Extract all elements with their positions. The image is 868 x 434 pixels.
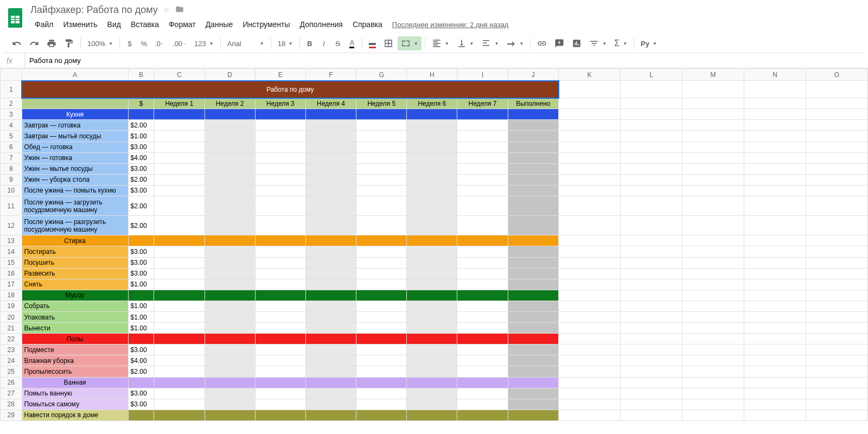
menu-help[interactable]: Справка [348,18,387,31]
borders-icon[interactable] [380,36,397,50]
percent-icon[interactable]: % [137,36,150,50]
row-header[interactable]: 13 [1,235,22,246]
font-dropdown[interactable]: Arial▼ [224,37,267,50]
strikethrough-icon[interactable]: S [331,36,344,50]
functions-icon[interactable]: Σ▼ [611,36,630,50]
col-header[interactable]: J [508,69,559,81]
row-header[interactable]: 18 [1,290,22,301]
col-header[interactable]: G [356,69,407,81]
row-header[interactable]: 1 [1,81,22,98]
menu-format[interactable]: Формат [164,18,200,31]
currency-icon[interactable]: $ [123,36,136,50]
row-header[interactable]: 16 [1,268,22,279]
bold-icon[interactable]: B [303,36,316,50]
col-header[interactable]: A [22,69,128,81]
row-header[interactable]: 5 [1,131,22,142]
row-header[interactable]: 12 [1,216,22,235]
doc-title[interactable]: Лайфхакер: Работа по дому [30,4,158,16]
star-icon[interactable]: ☆ [163,6,170,14]
insert-comment-icon[interactable] [551,36,567,50]
increase-decimal-icon[interactable]: .00→ [169,36,190,50]
spreadsheet-grid[interactable]: A B C D E F G H I J K L M N O 1Работа по… [0,68,868,421]
row-header[interactable]: 14 [1,246,22,257]
menu-edit[interactable]: Изменить [59,18,101,31]
col-header[interactable]: K [559,69,621,81]
row-header[interactable]: 19 [1,301,22,311]
redo-icon[interactable] [26,36,42,50]
row-header[interactable]: 28 [1,399,22,410]
italic-icon[interactable]: I [317,36,330,50]
print-icon[interactable] [43,36,60,50]
row-header[interactable]: 15 [1,257,22,268]
fill-color-icon[interactable]: ▬ [366,36,379,50]
select-all-corner[interactable] [1,69,22,81]
col-header[interactable]: F [305,69,356,81]
menu-insert[interactable]: Вставка [126,18,163,31]
row-header[interactable]: 10 [1,185,22,196]
row-header[interactable]: 22 [1,334,22,344]
col-header[interactable]: B [128,69,154,81]
col-header[interactable]: C [154,69,205,81]
sheet-title-cell[interactable]: Работа по дому [22,81,559,98]
merge-cells-icon[interactable]: ▼ [398,36,422,50]
text-rotation-icon[interactable]: ▼ [503,36,527,50]
row-header[interactable]: 11 [1,196,22,215]
menu-data[interactable]: Данные [201,18,238,31]
vertical-align-icon[interactable]: ▼ [454,36,477,50]
filter-icon[interactable]: ▼ [586,36,610,50]
text-wrap-icon[interactable]: ▼ [478,36,502,50]
row-header[interactable]: 6 [1,142,22,152]
svg-rect-7 [558,42,561,43]
row-header[interactable]: 21 [1,323,22,334]
input-tools-icon[interactable]: Ру▼ [637,37,660,50]
formula-input[interactable] [25,56,868,65]
col-header[interactable]: E [255,69,305,81]
text-color-icon[interactable]: A [346,36,359,50]
row-header[interactable]: 24 [1,355,22,366]
fx-label: fx [0,53,25,68]
col-header[interactable]: I [457,69,508,81]
decrease-decimal-icon[interactable]: .0← [151,36,168,50]
row-header[interactable]: 4 [1,120,22,131]
insert-chart-icon[interactable] [569,36,585,50]
col-header[interactable]: L [621,69,682,81]
row-header[interactable]: 20 [1,311,22,322]
menu-view[interactable]: Вид [103,18,125,31]
last-edit-link[interactable]: Последнее изменение: 2 дня назад [392,21,508,29]
insert-link-icon[interactable] [534,36,550,50]
col-header[interactable]: D [205,69,255,81]
row-header[interactable]: 2 [1,98,22,109]
menu-file[interactable]: Файл [30,18,58,31]
row-header[interactable]: 17 [1,279,22,290]
horizontal-align-icon[interactable]: ▼ [429,36,452,50]
menu-tools[interactable]: Инструменты [238,18,294,31]
row-header[interactable]: 7 [1,152,22,163]
col-header[interactable]: H [407,69,457,81]
paint-format-icon[interactable] [61,36,77,50]
row-header[interactable]: 27 [1,388,22,399]
svg-rect-4 [15,16,16,23]
undo-icon[interactable] [9,36,25,50]
col-header[interactable]: N [744,69,806,81]
zoom-dropdown[interactable]: 100%▼ [84,37,116,50]
menu-addons[interactable]: Дополнения [296,18,347,31]
col-header[interactable]: O [806,69,867,81]
row-header[interactable]: 26 [1,377,22,388]
col-header[interactable]: M [682,69,744,81]
number-format-dropdown[interactable]: 123▼ [191,37,217,50]
folder-icon[interactable] [175,5,184,15]
row-header[interactable]: 23 [1,344,22,355]
row-header[interactable]: 8 [1,163,22,174]
row-header[interactable]: 9 [1,174,22,185]
sheets-logo-icon[interactable] [4,7,26,29]
font-size-dropdown[interactable]: 18▼ [275,37,296,50]
row-header[interactable]: 29 [1,410,22,420]
row-header[interactable]: 25 [1,366,22,377]
row-header[interactable]: 3 [1,109,22,120]
